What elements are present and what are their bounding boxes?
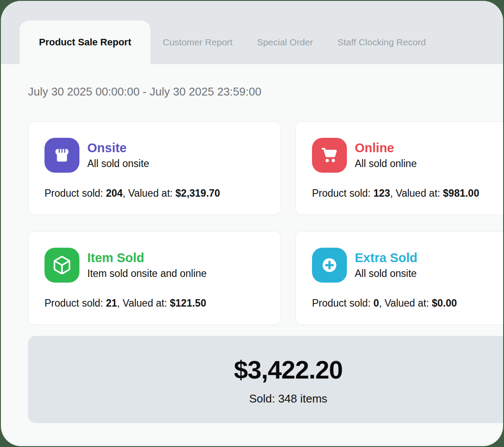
card-extra-sold-header: Extra Sold All sold onsite <box>312 248 503 283</box>
stat-sold-label: Product sold: <box>312 188 374 199</box>
stat-sold-label: Product sold: <box>45 297 106 309</box>
card-onsite-titles: Onsite All sold onsite <box>87 141 149 169</box>
card-item-sold-header: Item Sold Item sold onsite and online <box>45 248 264 283</box>
stat-valued-label: Valued at: <box>128 188 175 199</box>
card-subtitle: All sold online <box>355 158 417 170</box>
stat-value: $0.00 <box>432 297 457 309</box>
tab-customer-report[interactable]: Customer Report <box>151 20 245 64</box>
stat-valued-label: Valued at: <box>396 188 443 199</box>
card-extra-sold-titles: Extra Sold All sold onsite <box>355 251 417 279</box>
card-item-sold: Item Sold Item sold onsite and online Pr… <box>28 231 281 325</box>
total-panel: $3,422.20 Sold: 348 items <box>28 336 503 423</box>
card-subtitle: All sold onsite <box>87 158 149 170</box>
report-content: July 30 2025 00:00:00 - July 30 2025 23:… <box>1 85 503 423</box>
total-amount: $3,422.20 <box>28 355 503 384</box>
stat-valued-label: Valued at: <box>384 297 432 309</box>
stat-separator: , <box>390 188 396 199</box>
card-onsite-header: Onsite All sold onsite <box>45 138 264 173</box>
card-title: Online <box>355 141 417 155</box>
stat-sold-count: 21 <box>106 297 117 309</box>
card-extra-sold: Extra Sold All sold onsite Product sold:… <box>295 231 503 325</box>
shopping-cart-icon <box>312 138 347 173</box>
card-stats: Product sold: 21, Valued at: $121.50 <box>45 297 264 309</box>
tab-special-order[interactable]: Special Order <box>245 20 325 64</box>
stat-sold-label: Product sold: <box>45 188 106 199</box>
summary-cards: Onsite All sold onsite Product sold: 204… <box>28 121 503 325</box>
card-online-titles: Online All sold online <box>355 141 417 169</box>
card-online: Online All sold online Product sold: 123… <box>295 121 503 215</box>
card-stats: Product sold: 0, Valued at: $0.00 <box>312 297 503 309</box>
stat-separator: , <box>123 188 128 199</box>
card-item-sold-titles: Item Sold Item sold onsite and online <box>87 251 207 279</box>
storefront-icon <box>45 138 79 173</box>
card-title: Item Sold <box>87 251 207 265</box>
card-title: Onsite <box>87 141 149 155</box>
card-onsite: Onsite All sold onsite Product sold: 204… <box>28 121 281 215</box>
date-range: July 30 2025 00:00:00 - July 30 2025 23:… <box>28 85 503 99</box>
box-icon <box>45 248 79 283</box>
stat-valued-label: Valued at: <box>123 297 170 309</box>
card-stats: Product sold: 204, Valued at: $2,319.70 <box>45 188 264 199</box>
report-window: Product Sale Report Customer Report Spec… <box>1 1 503 446</box>
tab-bar: Product Sale Report Customer Report Spec… <box>1 1 503 64</box>
tab-staff-clocking-record[interactable]: Staff Clocking Record <box>325 20 438 64</box>
stat-sold-count: 123 <box>374 188 390 199</box>
card-title: Extra Sold <box>355 251 417 265</box>
stat-separator: , <box>117 297 123 309</box>
total-caption: Sold: 348 items <box>28 392 503 406</box>
card-stats: Product sold: 123, Valued at: $981.00 <box>312 188 503 199</box>
stat-value: $121.50 <box>170 297 206 309</box>
tab-product-sale-report[interactable]: Product Sale Report <box>20 20 151 64</box>
stat-separator: , <box>379 297 384 309</box>
card-subtitle: All sold onsite <box>355 268 417 280</box>
card-online-header: Online All sold online <box>312 138 503 173</box>
card-subtitle: Item sold onsite and online <box>87 268 207 280</box>
stat-sold-label: Product sold: <box>312 297 374 309</box>
circle-plus-icon <box>312 248 347 283</box>
stat-value: $981.00 <box>443 188 479 199</box>
stat-value: $2,319.70 <box>175 188 220 199</box>
stat-sold-count: 0 <box>374 297 379 309</box>
stat-sold-count: 204 <box>106 188 123 199</box>
